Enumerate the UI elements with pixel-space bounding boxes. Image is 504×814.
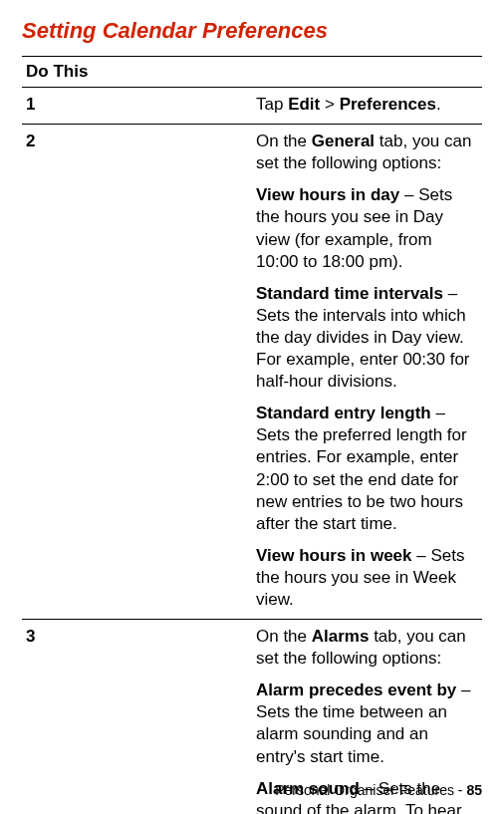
- text: On the: [256, 627, 312, 646]
- footer-label: Personal Organiser Features -: [275, 782, 466, 798]
- text: Tap: [256, 95, 288, 114]
- text: >: [320, 95, 339, 114]
- option-label: Alarm precedes event by: [256, 680, 456, 699]
- step-row-2: 2 On the General tab, you can set the fo…: [22, 125, 482, 620]
- ui-label-edit: Edit: [288, 95, 320, 114]
- page-number: 85: [466, 782, 482, 798]
- option-label: Standard entry length: [256, 404, 431, 422]
- option-view-hours-week: View hours in week – Sets the hours you …: [256, 545, 478, 611]
- option-view-hours-day: View hours in day – Sets the hours you s…: [256, 184, 478, 272]
- option-label: View hours in day: [256, 185, 399, 204]
- step3-intro: On the Alarms tab, you can set the follo…: [256, 626, 478, 670]
- ui-label-general: General: [312, 132, 375, 150]
- option-standard-entry-length: Standard entry length – Sets the preferr…: [256, 403, 478, 535]
- table-header-row: Do This: [22, 57, 482, 88]
- step-number: 3: [22, 620, 252, 814]
- option-desc: – Sets the preferred length for entries.…: [256, 404, 467, 532]
- step-number: 2: [22, 125, 252, 620]
- step-number: 1: [22, 88, 252, 125]
- step2-intro: On the General tab, you can set the foll…: [256, 131, 478, 174]
- step-row-1: 1 Tap Edit > Preferences.: [22, 88, 482, 125]
- table-header-cell: Do This: [22, 57, 482, 88]
- page-footer: Personal Organiser Features - 85: [275, 782, 482, 798]
- text: .: [436, 95, 441, 114]
- option-standard-intervals: Standard time intervals – Sets the inter…: [256, 283, 478, 393]
- page: Setting Calendar Preferences Do This 1 T…: [0, 0, 504, 814]
- ui-label-alarms: Alarms: [312, 627, 370, 646]
- text: On the: [256, 132, 312, 150]
- ui-label-preferences: Preferences: [340, 95, 436, 114]
- steps-table: Do This 1 Tap Edit > Preferences. 2 On t…: [22, 56, 482, 814]
- option-label: Standard time intervals: [256, 284, 443, 303]
- section-title: Setting Calendar Preferences: [22, 18, 482, 44]
- step-content: On the General tab, you can set the foll…: [252, 125, 482, 620]
- option-label: View hours in week: [256, 546, 412, 565]
- step-content: Tap Edit > Preferences.: [252, 88, 482, 125]
- option-alarm-precedes: Alarm precedes event by – Sets the time …: [256, 679, 478, 767]
